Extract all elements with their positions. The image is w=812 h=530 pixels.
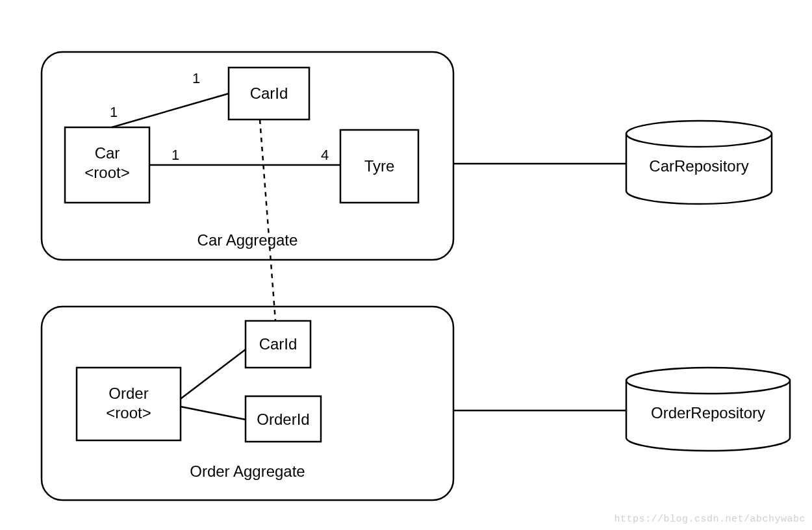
order-to-carid-line	[181, 349, 246, 399]
mult-car-carid-left: 1	[110, 104, 118, 120]
mult-car-carid-right: 1	[192, 70, 200, 86]
order-aggregate-label: Order Aggregate	[190, 462, 305, 480]
order-to-orderid-line	[181, 407, 246, 420]
svg-point-0	[626, 121, 772, 147]
order-repository-label: OrderRepository	[651, 404, 765, 422]
carid-label-bottom: CarId	[259, 335, 298, 353]
car-repository-cylinder: CarRepository	[626, 121, 772, 204]
car-to-carid-line	[112, 94, 229, 127]
car-root-stereotype: <root>	[84, 164, 129, 181]
car-root-name: Car	[95, 144, 120, 162]
watermark-text: https://blog.csdn.net/abchywabc	[614, 514, 806, 525]
carid-link-dashed	[260, 120, 275, 321]
svg-point-3	[626, 368, 790, 394]
orderid-label: OrderId	[257, 410, 309, 428]
tyre-label: Tyre	[364, 157, 395, 175]
diagram-canvas: Car <root> CarId Tyre 1 1 1 4 Car Aggreg…	[0, 0, 812, 530]
mult-car-tyre-right: 4	[321, 147, 329, 163]
order-repository-cylinder: OrderRepository	[626, 368, 790, 451]
carid-label-top: CarId	[250, 84, 288, 102]
order-root-name: Order	[108, 385, 148, 402]
order-root-stereotype: <root>	[106, 404, 151, 422]
mult-car-tyre-left: 1	[171, 147, 179, 163]
car-aggregate-label: Car Aggregate	[197, 231, 298, 249]
car-repository-label: CarRepository	[649, 157, 748, 175]
